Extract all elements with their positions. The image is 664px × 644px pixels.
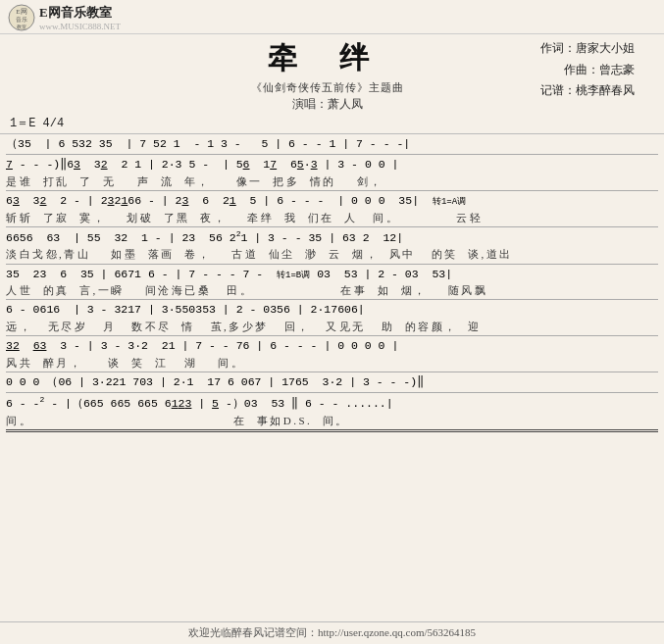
notes-1: （35 | 6 532 35 | 7 52 1 - 1 3 - 5 | 6 - … <box>6 135 658 153</box>
lyrics-6: 远， 无尽岁 月 数不尽 情 茧,多少梦 回， 又见无 助 的容颜， 迎 <box>6 320 658 334</box>
svg-text:音乐: 音乐 <box>16 16 27 23</box>
logo-text: E网音乐教室 <box>39 4 121 22</box>
subtitle: 《仙剑奇侠传五前传》主题曲 <box>174 80 482 95</box>
lyrics-3: 斩斩 了寂 寞， 划破 了黑 夜， 牵绊 我 们在 人 间。 云轻 <box>6 211 658 225</box>
footer: 欢迎光临醉春风记谱空间：http://user.qzone.qq.com/563… <box>0 621 664 640</box>
logo-icon: E网 音乐 教室 <box>8 4 35 31</box>
main-title: 牵 绊 <box>174 38 482 78</box>
music-line-6: 6 - 0616 | 3 - 3217 | 3·550353 | 2 - 035… <box>6 300 658 336</box>
header-url: www.MUSIC888.NET <box>39 22 121 31</box>
music-line-8: 0 0 0 （06 | 3·221 703 | 2·1 17 6 067 | 1… <box>6 372 658 393</box>
svg-text:E网: E网 <box>16 8 26 16</box>
music-content: （35 | 6 532 35 | 7 52 1 - 1 3 - 5 | 6 - … <box>0 134 664 432</box>
notes-8: 0 0 0 （06 | 3·221 703 | 2·1 17 6 067 | 1… <box>6 373 658 391</box>
title-section: 牵 绊 《仙剑奇侠传五前传》主题曲 演唱：萧人凤 <box>174 38 482 113</box>
footer-text: 欢迎光临醉春风记谱空间：http://user.qzone.qq.com/563… <box>188 626 476 638</box>
notes-6: 6 - 0616 | 3 - 3217 | 3·550353 | 2 - 035… <box>6 301 658 319</box>
music-line-9: 6 - -2 - |（665 665 665 6123 | 5 -）03 53 … <box>6 393 658 432</box>
music-line-3: 63 32 2 - | 232166 - | 23 6 21 5 | 6 - -… <box>6 191 658 227</box>
notes-3: 63 32 2 - | 232166 - | 23 6 21 5 | 6 - -… <box>6 192 658 210</box>
notes-5: 35 23 6 35 | 6671 6 - | 7 - - - 7 - 转1=B… <box>6 266 658 283</box>
credits: 作词：唐家大小姐 作曲：曾志豪 记谱：桃李醉春风 <box>481 38 644 102</box>
page: E网 音乐 教室 E网音乐教室 www.MUSIC888.NET 牵 绊 《仙剑… <box>0 0 664 644</box>
music-line-4: 6656 63 | 55 32 1 - | 23 56 221 | 3 - - … <box>6 227 658 265</box>
lyrics-7: 风共 醉月， 谈 笑 江 湖 间。 <box>6 356 658 371</box>
lyrics-2: 是谁 打乱 了 无 声 流 年， 像一 把多 情的 剑， <box>6 174 658 189</box>
lyrics-9: 间。 在 事如D.S. 间。 <box>6 414 658 428</box>
notes-7: 32 63 3 - | 3 - 3·2 21 | 7 - - 76 | 6 - … <box>6 337 658 355</box>
music-line-1: （35 | 6 532 35 | 7 52 1 - 1 3 - 5 | 6 - … <box>6 134 658 155</box>
lyrics-5: 人世 的真 言,一瞬 间沧海已桑 田。 在事 如 烟， 随风飘 <box>6 283 658 298</box>
music-line-5: 35 23 6 35 | 6671 6 - | 7 - - - 7 - 转1=B… <box>6 265 658 301</box>
singer-line: 演唱：萧人凤 <box>174 96 482 113</box>
header: E网 音乐 教室 E网音乐教室 www.MUSIC888.NET <box>0 0 664 34</box>
music-line-2: 7 - - -)‖63 32 2 1 | 2·3 5 - | 56 17 65·… <box>6 155 658 191</box>
notation: 记谱：桃李醉春风 <box>481 80 635 102</box>
lyrics-4: 淡白戈怨,青山 如墨 落画 卷， 古道 仙尘 渺 云 烟， 风中 的笑 谈,道出 <box>6 247 658 262</box>
composer: 作曲：曾志豪 <box>481 60 635 81</box>
logo-area: E网 音乐 教室 E网音乐教室 www.MUSIC888.NET <box>8 4 121 31</box>
key-signature: 1＝E 4/4 <box>10 117 64 130</box>
notes-4: 6656 63 | 55 32 1 - | 23 56 221 | 3 - - … <box>6 228 658 247</box>
lyricist: 作词：唐家大小姐 <box>481 38 635 60</box>
svg-text:教室: 教室 <box>17 24 26 29</box>
music-line-7: 32 63 3 - | 3 - 3·2 21 | 7 - - 76 | 6 - … <box>6 336 658 372</box>
notes-2: 7 - - -)‖63 32 2 1 | 2·3 5 - | 56 17 65·… <box>6 156 658 173</box>
notes-9: 6 - -2 - |（665 665 665 6123 | 5 -）03 53 … <box>6 394 658 413</box>
